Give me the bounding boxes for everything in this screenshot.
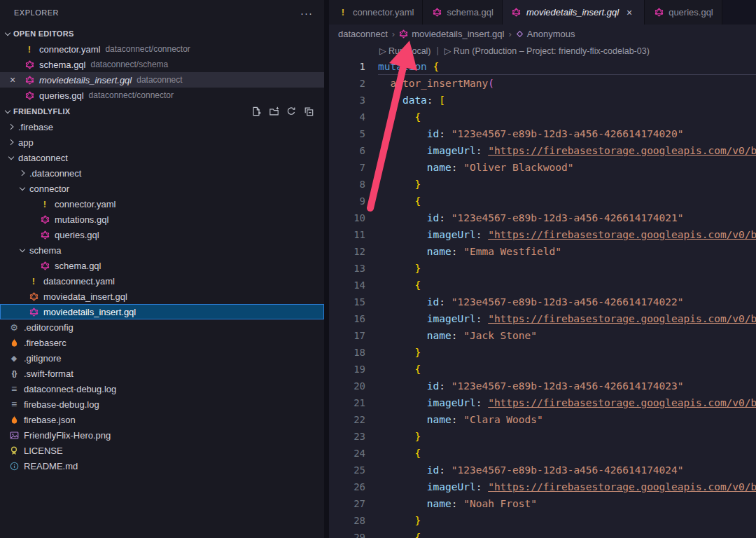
new-file-icon[interactable] [251, 106, 262, 117]
tree-item-LICENSE[interactable]: LICENSE [0, 443, 324, 458]
open-editor-description: dataconnect/schema [90, 60, 168, 69]
code-line-13[interactable]: 13 } [329, 260, 756, 277]
tree-item-moviedetails_insert.gql[interactable]: moviedetails_insert.gql [0, 304, 324, 319]
tree-item-.dataconnect[interactable]: .dataconnect [0, 165, 324, 181]
code-line-23[interactable]: 23 } [329, 428, 756, 445]
tree-item-dataconnect.yaml[interactable]: !dataconnect.yaml [0, 273, 324, 289]
code-text: } [378, 176, 756, 193]
code-line-9[interactable]: 9 { [329, 193, 756, 209]
code-line-11[interactable]: 11 imageUrl: "https://firebasestorage.go… [329, 226, 756, 243]
tree-item-firebase.json[interactable]: firebase.json [0, 412, 324, 427]
tab-queries.gql[interactable]: queries.gql [645, 0, 722, 25]
tree-item-connector[interactable]: connector [0, 181, 324, 196]
code-line-21[interactable]: 21 imageUrl: "https://firebasestorage.go… [329, 394, 756, 411]
tree-item-.firebase[interactable]: .firebase [0, 119, 324, 134]
tree-item-FriendlyFlix-Hero.png[interactable]: FriendlyFlix-Hero.png [0, 427, 324, 443]
code-line-28[interactable]: 28 } [329, 512, 756, 529]
code-line-2[interactable]: 2 actor_insertMany( [329, 75, 756, 92]
line-number: 24 [329, 445, 365, 462]
code-line-7[interactable]: 7 name: "Oliver Blackwood" [329, 159, 756, 176]
tree-item-connector.yaml[interactable]: !connector.yaml [0, 196, 324, 212]
code-line-25[interactable]: 25 id: "123e4567-e89b-12d3-a456-42661417… [329, 462, 756, 478]
breadcrumb-item-moviedetails_insert.gql[interactable]: moviedetails_insert.gql [399, 29, 504, 39]
tree-item-label: moviedata_insert.gql [43, 291, 127, 302]
open-editor-queries.gql[interactable]: queries.gqldataconnect/connector [0, 88, 324, 103]
close-tab-icon[interactable]: × [623, 7, 636, 18]
code-line-16[interactable]: 16 imageUrl: "https://firebasestorage.go… [329, 310, 756, 327]
tab-schema.gql[interactable]: schema.gql [423, 0, 502, 25]
code-line-17[interactable]: 17 name: "Jack Stone" [329, 327, 756, 344]
open-editors-section: OPEN EDITORS !connector.yamldataconnect/… [0, 25, 324, 103]
tab-moviedetails_insert.gql[interactable]: moviedetails_insert.gql× [503, 0, 645, 25]
tree-item-.swift-format[interactable]: {}.swift-format [0, 366, 324, 381]
tree-item-schema[interactable]: schema [0, 242, 324, 258]
tree-item-dataconnect-debug.log[interactable]: ≡dataconnect-debug.log [0, 381, 324, 396]
code-line-1[interactable]: 1mutation { [329, 58, 756, 75]
code-line-8[interactable]: 8 } [329, 176, 756, 193]
breadcrumb-label: Anonymous [527, 29, 575, 39]
graphql-icon [39, 214, 50, 225]
code-line-27[interactable]: 27 name: "Noah Frost" [329, 495, 756, 512]
line-number: 14 [329, 277, 365, 294]
new-folder-icon[interactable] [268, 106, 279, 117]
breadcrumb-item-dataconnect[interactable]: dataconnect [338, 29, 388, 39]
open-editor-label: connector.yaml [39, 44, 100, 55]
tree-item-mutations.gql[interactable]: mutations.gql [0, 212, 324, 227]
code-line-19[interactable]: 19 { [329, 361, 756, 378]
code-text: { [378, 193, 756, 209]
tab-label: moviedetails_insert.gql [526, 7, 619, 18]
tree-item-moviedata_insert.gql[interactable]: moviedata_insert.gql [0, 289, 324, 304]
line-number: 18 [329, 344, 365, 361]
tree-item-label: connector [29, 184, 69, 194]
more-actions-icon[interactable]: ··· [300, 7, 313, 19]
code-text: id: "123e4567-e89b-12d3-a456-42661417402… [378, 462, 756, 478]
open-editor-label: moviedetails_insert.gql [39, 75, 132, 85]
workspace-header[interactable]: FRIENDLYFLIX [0, 103, 324, 119]
code-line-26[interactable]: 26 imageUrl: "https://firebasestorage.go… [329, 478, 756, 495]
open-editor-schema.gql[interactable]: schema.gqldataconnect/schema [0, 57, 324, 72]
chevron-down-icon [6, 151, 17, 165]
code-line-10[interactable]: 10 id: "123e4567-e89b-12d3-a456-42661417… [329, 209, 756, 226]
tree-item-README.md[interactable]: README.md [0, 458, 324, 474]
code-editor[interactable]: ▷ Run (local) | ▷ Run (Production – Proj… [329, 43, 756, 538]
tree-item-dataconnect[interactable]: dataconnect [0, 150, 324, 165]
code-line-22[interactable]: 22 name: "Clara Woods" [329, 411, 756, 428]
code-line-29[interactable]: 29 { [329, 529, 756, 538]
tree-item-label: app [18, 137, 34, 148]
code-line-20[interactable]: 20 id: "123e4567-e89b-12d3-a456-42661417… [329, 378, 756, 394]
code-line-18[interactable]: 18 } [329, 344, 756, 361]
code-line-15[interactable]: 15 id: "123e4567-e89b-12d3-a456-42661417… [329, 294, 756, 310]
code-line-14[interactable]: 14 { [329, 277, 756, 294]
line-number: 16 [329, 310, 365, 327]
code-text: imageUrl: "https://firebasestorage.googl… [378, 226, 756, 243]
tree-item-schema.gql[interactable]: schema.gql [0, 258, 324, 273]
tree-item-app[interactable]: app [0, 134, 324, 150]
open-editor-moviedetails_insert.gql[interactable]: ×moviedetails_insert.gqldataconnect [0, 72, 324, 88]
code-text: { [378, 529, 756, 538]
breadcrumb-item-Anonymous[interactable]: Anonymous [516, 29, 575, 39]
code-line-4[interactable]: 4 { [329, 109, 756, 125]
warning-icon: ! [337, 7, 349, 18]
tree-item-firebase-debug.log[interactable]: ≡firebase-debug.log [0, 396, 324, 412]
open-editor-connector.yaml[interactable]: !connector.yamldataconnect/connector [0, 41, 324, 57]
tree-item-label: .firebase [18, 122, 53, 132]
tree-item-queries.gql[interactable]: queries.gql [0, 227, 324, 242]
tree-item-.firebaserc[interactable]: .firebaserc [0, 335, 324, 350]
tree-item-.editorconfig[interactable]: ⚙.editorconfig [0, 319, 324, 335]
tab-connector.yaml[interactable]: !connector.yaml [329, 0, 423, 25]
code-line-3[interactable]: 3 data: [ [329, 92, 756, 109]
tree-item-.gitignore[interactable]: ◆.gitignore [0, 350, 324, 366]
tree-item-label: LICENSE [24, 446, 63, 456]
run-local-link[interactable]: ▷ Run (local) [379, 46, 431, 56]
open-editors-header[interactable]: OPEN EDITORS [0, 25, 324, 41]
run-production-link[interactable]: ▷ Run (Production – Project: friendly-fl… [444, 46, 650, 56]
collapse-all-icon[interactable] [303, 106, 314, 117]
code-line-6[interactable]: 6 imageUrl: "https://firebasestorage.goo… [329, 142, 756, 159]
code-line-12[interactable]: 12 name: "Emma Westfield" [329, 243, 756, 260]
close-editor-icon[interactable]: × [7, 74, 18, 85]
sidebar-editor-divider[interactable] [324, 0, 329, 538]
refresh-icon[interactable] [286, 106, 297, 117]
line-number: 4 [329, 109, 365, 125]
code-line-24[interactable]: 24 { [329, 445, 756, 462]
code-line-5[interactable]: 5 id: "123e4567-e89b-12d3-a456-426614174… [329, 125, 756, 142]
